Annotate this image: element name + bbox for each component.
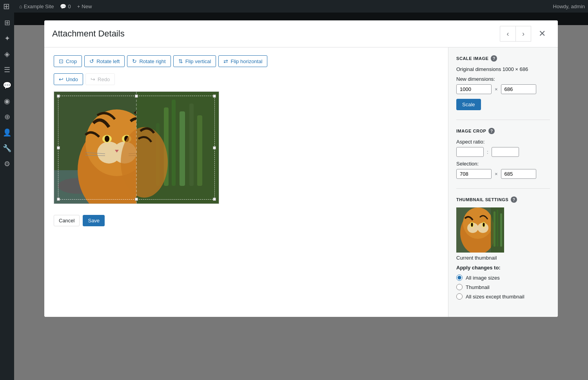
prev-attachment-button[interactable]: ‹ (500, 26, 515, 42)
modal-title: Attachment Details (52, 29, 500, 39)
thumbnail-settings-section: THUMBNAIL SETTINGS ? (456, 196, 550, 300)
save-button[interactable]: Save (83, 215, 105, 226)
cancel-button[interactable]: Cancel (54, 215, 80, 226)
sidebar-media[interactable]: ◈ (0, 47, 14, 61)
image-container (54, 91, 219, 204)
svg-rect-19 (172, 100, 176, 186)
flip-horizontal-icon: ⇄ (223, 58, 228, 64)
modal-body: ⊡ Crop ↺ Rotate left ↻ Rotate right ⇅ (44, 47, 558, 317)
sidebar-appearance[interactable]: ◉ (0, 94, 14, 108)
tiger-svg (54, 92, 219, 204)
plus-icon: + (77, 4, 80, 9)
thumbnail-settings-title: THUMBNAIL SETTINGS ? (456, 196, 550, 203)
selection-label: Selection: (456, 161, 550, 167)
radio-thumbnail-input[interactable] (456, 284, 463, 290)
svg-rect-20 (180, 111, 185, 186)
svg-rect-38 (500, 213, 502, 247)
sidebar-settings[interactable]: ⚙ (0, 157, 14, 171)
comments-link[interactable]: 💬 0 (60, 4, 71, 9)
rotate-left-icon: ↺ (89, 58, 94, 64)
image-toolbar: ⊡ Crop ↺ Rotate left ↻ Rotate right ⇅ (54, 55, 439, 67)
sidebar-plugins[interactable]: ⊕ (0, 110, 14, 124)
section-divider-2 (456, 188, 550, 189)
section-divider-1 (456, 120, 550, 120)
main-area: Attachment Details ‹ › ✕ ⊡ Crop (14, 25, 588, 380)
next-attachment-button[interactable]: › (515, 26, 531, 42)
sidebar-comments[interactable]: 💬 (0, 78, 14, 93)
sidebar-dashboard[interactable]: ⊞ (0, 16, 14, 30)
svg-point-33 (471, 223, 473, 227)
crop-icon: ⊡ (59, 58, 64, 64)
svg-point-11 (105, 136, 109, 142)
rotate-left-button[interactable]: ↺ Rotate left (84, 55, 125, 67)
action-buttons: Cancel Save (54, 215, 439, 226)
selection-separator: × (495, 171, 498, 177)
aspect-colon: : (487, 149, 488, 155)
apply-changes-label: Apply changes to: (456, 265, 550, 271)
rotate-right-icon: ↻ (132, 58, 137, 64)
radio-all-sizes[interactable]: All image sizes (456, 275, 550, 281)
radio-all-except-thumbnail[interactable]: All sizes except thumbnail (456, 293, 550, 300)
flip-horizontal-button[interactable]: ⇄ Flip horizontal (218, 55, 267, 67)
sidebar-pages[interactable]: ☰ (0, 63, 14, 77)
thumbnail-radio-group: All image sizes Thumbnail All sizes exce… (456, 275, 550, 300)
scale-help-icon[interactable]: ? (491, 55, 497, 62)
new-dimensions-label: New dimensions: (456, 76, 550, 82)
new-link[interactable]: + New (77, 4, 92, 9)
rotate-right-button[interactable]: ↻ Rotate right (127, 55, 171, 67)
flip-vertical-icon: ⇅ (178, 58, 183, 64)
wp-logo[interactable]: ⊞ (3, 2, 10, 11)
current-thumbnail-label: Current thumbnail (456, 255, 550, 261)
thumbnail-help-icon[interactable]: ? (511, 196, 517, 203)
home-icon: ⌂ (19, 4, 22, 9)
howdy-text: Howdy, admin (553, 4, 585, 9)
original-dimensions: Original dimensions 1000 × 686 (456, 66, 550, 72)
aspect-ratio-row: : (456, 147, 550, 157)
site-link[interactable]: ⌂ Example Site (19, 4, 54, 9)
sidebar-tools[interactable]: 🔧 (0, 141, 14, 155)
flip-vertical-button[interactable]: ⇅ Flip vertical (173, 55, 216, 67)
attachment-details-modal: Attachment Details ‹ › ✕ ⊡ Crop (44, 20, 558, 317)
redo-icon: ↪ (91, 76, 95, 82)
thumbnail-svg (456, 207, 504, 253)
radio-all-sizes-input[interactable] (456, 275, 463, 281)
image-crop-section: IMAGE CROP ? Aspect ratio: : Selection: (456, 128, 550, 179)
radio-all-except-thumbnail-input[interactable] (456, 293, 463, 300)
editor-area: ⊡ Crop ↺ Rotate left ↻ Rotate right ⇅ (44, 47, 448, 317)
svg-rect-37 (497, 209, 498, 247)
svg-point-28 (463, 207, 493, 239)
selection-width-input[interactable] (456, 169, 492, 179)
redo-button[interactable]: ↪ Redo (85, 73, 115, 85)
scale-width-input[interactable] (456, 84, 492, 94)
modal-overlay: Attachment Details ‹ › ✕ ⊡ Crop (14, 13, 588, 380)
sidebar-users[interactable]: 👤 (0, 125, 14, 140)
crop-button[interactable]: ⊡ Crop (54, 55, 82, 67)
aspect-ratio-label: Aspect ratio: (456, 139, 550, 145)
undo-redo-toolbar: ↩ Undo ↪ Redo (54, 73, 439, 85)
scale-dimensions-row: × (456, 84, 550, 94)
comments-icon: 💬 (60, 4, 66, 9)
undo-icon: ↩ (59, 76, 64, 82)
aspect-width-input[interactable] (456, 147, 484, 157)
selection-height-input[interactable] (501, 169, 536, 179)
radio-thumbnail[interactable]: Thumbnail (456, 284, 550, 290)
scale-button[interactable]: Scale (456, 99, 481, 110)
right-panel: SCALE IMAGE ? Original dimensions 1000 ×… (448, 47, 558, 317)
scale-image-title: SCALE IMAGE ? (456, 55, 550, 62)
selection-dimensions-row: × (456, 169, 550, 179)
svg-rect-22 (197, 115, 202, 186)
modal-nav: ‹ › ✕ (500, 26, 550, 42)
sidebar-posts[interactable]: ✦ (0, 31, 14, 45)
wp-sidebar: ⊞ ✦ ◈ ☰ 💬 ◉ ⊕ 👤 🔧 ⚙ (0, 13, 14, 380)
scale-image-section: SCALE IMAGE ? Original dimensions 1000 ×… (456, 55, 550, 110)
image-preview[interactable] (54, 92, 219, 204)
undo-button[interactable]: ↩ Undo (54, 73, 83, 85)
aspect-height-input[interactable] (492, 147, 519, 157)
image-crop-title: IMAGE CROP ? (456, 128, 550, 134)
crop-help-icon[interactable]: ? (488, 128, 495, 134)
thumbnail-preview (456, 207, 504, 253)
scale-dimension-separator: × (495, 86, 498, 92)
modal-close-button[interactable]: ✕ (534, 26, 550, 42)
svg-rect-21 (189, 104, 194, 186)
scale-height-input[interactable] (501, 84, 536, 94)
